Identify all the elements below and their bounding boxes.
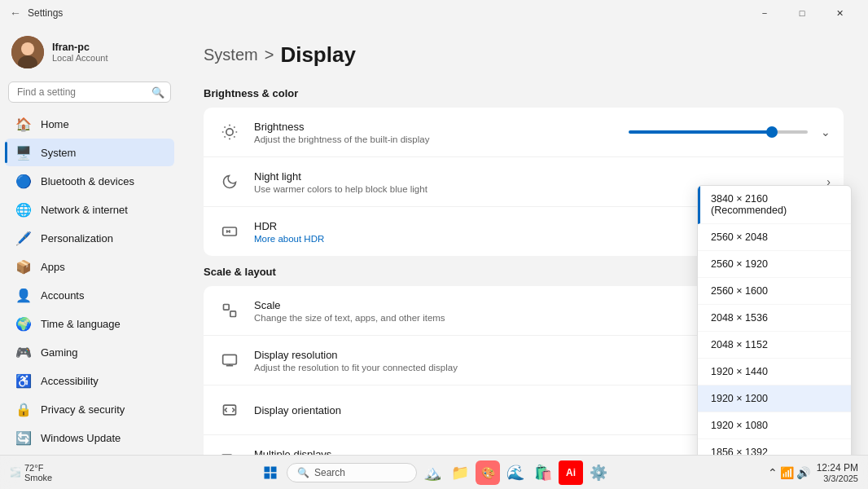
date-display: 3/3/2025 — [817, 474, 858, 483]
sidebar-item-network-label: Network & internet — [41, 204, 128, 216]
titlebar: ← Settings − □ ✕ — [0, 0, 868, 26]
taskbar-app-adobe[interactable]: Ai — [559, 460, 583, 485]
main-content: System > Display Brightness & color — [179, 26, 868, 455]
dropdown-option-2560-1600[interactable]: 2560 × 1600 — [698, 278, 851, 305]
scale-icon — [217, 297, 243, 324]
sidebar-item-apps-label: Apps — [41, 261, 65, 273]
chevron-up-icon[interactable]: ⌃ — [768, 466, 778, 479]
resolution-dropdown: 3840 × 2160 (Recommended) 2560 × 2048 25… — [697, 185, 852, 455]
sidebar-item-home[interactable]: 🏠 Home — [5, 110, 174, 138]
home-icon: 🏠 — [16, 117, 31, 131]
sidebar-item-time-label: Time & language — [41, 318, 121, 330]
gaming-icon: 🎮 — [16, 345, 31, 359]
dropdown-option-1920-1200[interactable]: 1920 × 1200 — [698, 385, 851, 412]
close-button[interactable]: ✕ — [821, 0, 858, 26]
dropdown-option-1920-1080[interactable]: 1920 × 1080 — [698, 412, 851, 439]
taskbar-time[interactable]: 12:24 PM 3/3/2025 — [817, 462, 858, 483]
update-icon: 🔄 — [16, 430, 31, 445]
user-info: Ifran-pc Local Account — [52, 42, 108, 63]
brightness-label: Brightness — [254, 121, 629, 133]
speaker-icon[interactable]: 🔊 — [796, 466, 810, 479]
search-taskbar-placeholder: Search — [314, 467, 345, 478]
sidebar-item-apps[interactable]: 📦 Apps — [5, 253, 174, 280]
titlebar-controls: − □ ✕ — [746, 0, 858, 26]
apps-icon: 📦 — [16, 259, 31, 274]
avatar — [11, 36, 44, 68]
svg-rect-22 — [271, 473, 277, 478]
time-icon: 🌍 — [16, 316, 31, 331]
sidebar-item-accessibility[interactable]: ♿ Accessibility — [5, 367, 174, 394]
titlebar-left: ← Settings — [10, 7, 63, 20]
system-icon: 🖥️ — [16, 145, 31, 160]
user-role: Local Account — [52, 53, 108, 63]
taskbar-app-explorer[interactable]: 📁 — [448, 460, 472, 485]
taskbar-left: 🌫️ 72°F Smoke — [10, 463, 52, 482]
svg-point-3 — [226, 129, 233, 135]
breadcrumb-separator: > — [265, 46, 274, 64]
orientation-icon — [217, 397, 243, 423]
taskbar-center: 🔍 Search 🏔️ 📁 🎨 🌊 🛍️ Ai ⚙️ — [257, 460, 611, 486]
back-button[interactable]: ← — [10, 7, 21, 20]
start-button[interactable] — [257, 460, 283, 486]
slider-thumb — [766, 126, 778, 138]
dropdown-option-1920-1440[interactable]: 1920 × 1440 — [698, 359, 851, 385]
user-name: Ifran-pc — [52, 42, 108, 53]
search-input[interactable] — [8, 82, 171, 103]
sidebar-item-gaming[interactable]: 🎮 Gaming — [5, 338, 174, 366]
sidebar-item-update[interactable]: 🔄 Windows Update — [5, 424, 174, 448]
dropdown-option-2560-2048[interactable]: 2560 × 2048 — [698, 224, 851, 251]
search-box: 🔍 — [8, 82, 171, 103]
page-header: System > Display — [204, 42, 844, 68]
hdr-icon — [217, 218, 243, 244]
svg-rect-15 — [223, 355, 237, 364]
weather-temp: 72°F — [24, 463, 52, 473]
dropdown-option-1856-1392[interactable]: 1856 × 1392 — [698, 439, 851, 455]
night-light-icon — [217, 169, 243, 195]
taskbar-app-settings[interactable]: ⚙️ — [586, 460, 611, 485]
sidebar-item-personalization[interactable]: 🖊️ Personalization — [5, 224, 174, 252]
taskbar: 🌫️ 72°F Smoke 🔍 Search 🏔️ 📁 🎨 🌊 🛍️ — [0, 455, 868, 489]
brightness-chevron[interactable]: ⌄ — [821, 126, 831, 139]
taskbar-search[interactable]: 🔍 Search — [287, 463, 417, 482]
search-taskbar-icon: 🔍 — [297, 467, 309, 478]
search-icon: 🔍 — [151, 86, 164, 99]
taskbar-sys-icons: ⌃ 📶 🔊 — [768, 466, 810, 479]
sidebar-item-time[interactable]: 🌍 Time & language — [5, 310, 174, 337]
svg-line-10 — [225, 136, 226, 137]
weather-label: Smoke — [24, 473, 52, 482]
personalization-icon: 🖊️ — [16, 231, 31, 245]
dropdown-option-3840[interactable]: 3840 × 2160 (Recommended) — [698, 186, 851, 224]
resolution-icon — [217, 347, 243, 373]
svg-line-11 — [234, 127, 235, 128]
wifi-icon[interactable]: 📶 — [780, 466, 794, 479]
sidebar: Ifran-pc Local Account 🔍 🏠 Home 🖥️ Syste… — [0, 26, 179, 455]
taskbar-app-store[interactable]: 🛍️ — [531, 460, 555, 485]
dropdown-option-2560-1920[interactable]: 2560 × 1920 — [698, 251, 851, 278]
app-body: Ifran-pc Local Account 🔍 🏠 Home 🖥️ Syste… — [0, 26, 868, 455]
breadcrumb-parent: System — [204, 46, 258, 64]
brightness-control[interactable]: ⌄ — [629, 126, 831, 139]
svg-rect-20 — [271, 466, 277, 472]
maximize-button[interactable]: □ — [783, 0, 821, 26]
taskbar-app-edge[interactable]: 🌊 — [503, 460, 528, 485]
sidebar-item-privacy[interactable]: 🔒 Privacy & security — [5, 395, 174, 423]
dropdown-option-2048-1536[interactable]: 2048 × 1536 — [698, 305, 851, 332]
night-light-label: Night light — [254, 170, 820, 183]
svg-rect-19 — [265, 466, 270, 472]
privacy-icon: 🔒 — [16, 402, 31, 416]
sidebar-item-bluetooth-label: Bluetooth & devices — [41, 175, 134, 187]
sidebar-item-bluetooth[interactable]: 🔵 Bluetooth & devices — [5, 167, 174, 195]
taskbar-app-photos[interactable]: 🏔️ — [420, 460, 445, 485]
brightness-section-title: Brightness & color — [204, 87, 844, 99]
brightness-slider[interactable] — [629, 130, 808, 134]
sidebar-item-network[interactable]: 🌐 Network & internet — [5, 196, 174, 223]
accessibility-icon: ♿ — [16, 373, 31, 388]
accounts-icon: 👤 — [16, 288, 31, 302]
taskbar-app-paint[interactable]: 🎨 — [476, 460, 500, 485]
sidebar-item-accounts[interactable]: 👤 Accounts — [5, 281, 174, 309]
nav-list: 🏠 Home 🖥️ System 🔵 Bluetooth & devices 🌐… — [0, 109, 179, 448]
sidebar-item-system[interactable]: 🖥️ System — [5, 139, 174, 166]
minimize-button[interactable]: − — [746, 0, 783, 26]
bluetooth-icon: 🔵 — [16, 174, 31, 188]
dropdown-option-2048-1152[interactable]: 2048 × 1152 — [698, 332, 851, 359]
